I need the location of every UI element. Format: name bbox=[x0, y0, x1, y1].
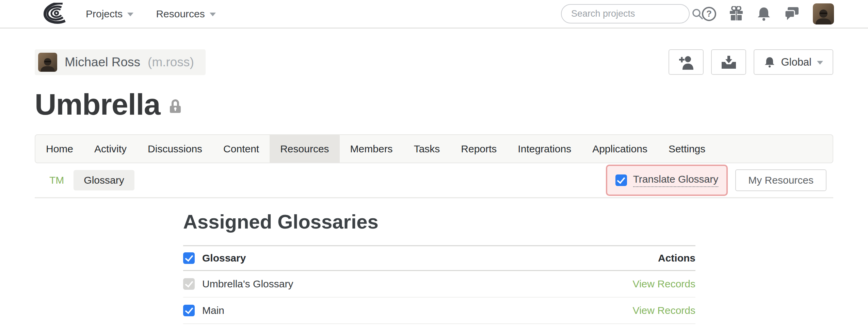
glossaries-table: Glossary Actions Umbrella's Glossary Vie… bbox=[183, 245, 695, 324]
tab-activity[interactable]: Activity bbox=[84, 135, 137, 163]
row-checkbox-disabled bbox=[183, 278, 195, 290]
app-logo-icon[interactable] bbox=[35, 3, 66, 25]
table-row: Umbrella's Glossary View Records bbox=[183, 271, 695, 298]
subnav-tm-link[interactable]: TM bbox=[49, 174, 64, 186]
nav-resources-menu[interactable]: Resources bbox=[156, 8, 215, 20]
nav-projects-menu[interactable]: Projects bbox=[86, 8, 133, 20]
help-icon[interactable]: ? bbox=[702, 7, 716, 21]
view-records-link[interactable]: View Records bbox=[632, 305, 695, 316]
bell-icon[interactable] bbox=[756, 6, 771, 22]
row-checkbox[interactable] bbox=[183, 305, 195, 316]
top-navbar: Projects Resources ? bbox=[0, 0, 868, 29]
question-glyph: ? bbox=[706, 9, 712, 19]
tab-settings[interactable]: Settings bbox=[658, 135, 716, 163]
person-plus-icon bbox=[678, 55, 694, 70]
column-glossary: Glossary bbox=[202, 252, 246, 264]
search-icon[interactable] bbox=[692, 8, 703, 20]
global-label: Global bbox=[781, 56, 811, 68]
download-button[interactable] bbox=[711, 49, 746, 75]
tab-integrations[interactable]: Integrations bbox=[507, 135, 582, 163]
tab-reports[interactable]: Reports bbox=[450, 135, 507, 163]
tab-members[interactable]: Members bbox=[340, 135, 403, 163]
tab-discussions[interactable]: Discussions bbox=[137, 135, 213, 163]
download-icon bbox=[721, 55, 737, 69]
nav-projects-label: Projects bbox=[86, 8, 123, 20]
page-body: Michael Ross (m.ross) bbox=[0, 49, 868, 324]
column-actions: Actions bbox=[658, 252, 695, 264]
gift-icon[interactable] bbox=[728, 6, 744, 22]
resources-subnav: TM Glossary Translate Glossary My Resour… bbox=[35, 163, 833, 198]
translate-glossary-label[interactable]: Translate Glossary bbox=[633, 173, 719, 187]
tab-applications[interactable]: Applications bbox=[582, 135, 658, 163]
chevron-down-icon bbox=[210, 13, 216, 16]
table-row: Main View Records bbox=[183, 298, 695, 324]
bell-icon bbox=[764, 56, 775, 68]
subnav-glossary-tab[interactable]: Glossary bbox=[74, 170, 134, 190]
project-tabbar: Home Activity Discussions Content Resour… bbox=[35, 134, 833, 163]
invite-member-button[interactable] bbox=[669, 49, 704, 75]
owner-badge[interactable]: Michael Ross (m.ross) bbox=[35, 49, 206, 75]
nav-resources-label: Resources bbox=[156, 8, 205, 20]
view-records-link[interactable]: View Records bbox=[632, 278, 695, 290]
translate-glossary-checkbox[interactable] bbox=[615, 174, 627, 186]
page-title: Umbrella bbox=[35, 89, 160, 120]
global-notifications-button[interactable]: Global bbox=[754, 49, 833, 75]
owner-avatar bbox=[38, 53, 57, 72]
tab-home[interactable]: Home bbox=[35, 135, 84, 163]
section-heading: Assigned Glossaries bbox=[183, 211, 695, 233]
tab-content[interactable]: Content bbox=[213, 135, 270, 163]
my-resources-button[interactable]: My Resources bbox=[735, 169, 826, 191]
table-header-row: Glossary Actions bbox=[183, 245, 695, 271]
select-all-checkbox[interactable] bbox=[183, 252, 195, 264]
glossary-name: Umbrella's Glossary bbox=[202, 278, 293, 290]
search-input[interactable] bbox=[571, 9, 692, 19]
chevron-down-icon bbox=[127, 13, 133, 16]
lock-icon bbox=[169, 99, 181, 114]
translate-glossary-highlight: Translate Glossary bbox=[606, 165, 728, 196]
owner-name: Michael Ross bbox=[65, 55, 140, 69]
chevron-down-icon bbox=[817, 61, 823, 65]
tab-resources[interactable]: Resources bbox=[270, 135, 339, 163]
search-projects-box bbox=[561, 4, 690, 23]
user-avatar[interactable] bbox=[813, 3, 834, 24]
tab-tasks[interactable]: Tasks bbox=[403, 135, 451, 163]
glossary-name: Main bbox=[202, 305, 224, 316]
messages-icon[interactable] bbox=[784, 6, 800, 21]
owner-login: (m.ross) bbox=[148, 55, 194, 69]
